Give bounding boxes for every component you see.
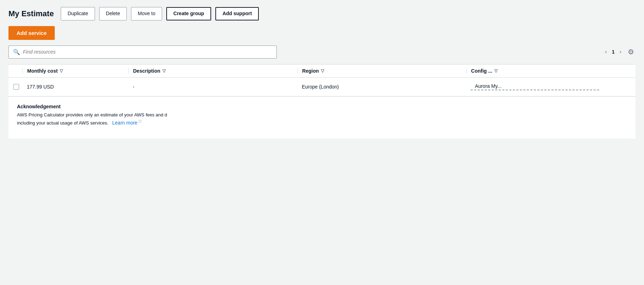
search-box: 🔍 — [8, 46, 277, 59]
col-header-monthly-cost: Monthly cost ▽ — [23, 68, 129, 74]
cell-monthly-cost: 177.99 USD — [23, 84, 129, 90]
create-group-button[interactable]: Create group — [166, 7, 211, 20]
sort-icon-config[interactable]: ▽ — [494, 68, 497, 73]
row-checkbox-cell[interactable] — [8, 84, 23, 90]
page-title: My Estimate — [8, 9, 54, 18]
col-header-monthly-cost-label: Monthly cost — [27, 68, 58, 74]
duplicate-button[interactable]: Duplicate — [61, 7, 95, 20]
bottom-section: Acknowledgement AWS Pricing Calculator p… — [8, 96, 636, 139]
col-header-region-label: Region — [302, 68, 319, 74]
cell-description: - — [129, 84, 298, 90]
row-checkbox[interactable] — [13, 84, 19, 90]
sort-icon-region[interactable]: ▽ — [321, 68, 324, 73]
learn-more-label: Learn more — [112, 120, 138, 126]
pagination-current: 1 — [612, 49, 615, 55]
col-header-config: Config ... ▽ — [466, 68, 636, 74]
acknowledgement-title: Acknowledgement — [17, 104, 627, 109]
learn-more-link[interactable]: Learn more □ — [112, 120, 141, 126]
move-to-button[interactable]: Move to — [131, 7, 162, 20]
delete-button[interactable]: Delete — [99, 7, 127, 20]
acknowledgement-text-line2: including your actual usage of AWS servi… — [17, 120, 108, 126]
col-header-description-label: Description — [133, 68, 160, 74]
search-icon: 🔍 — [13, 49, 20, 55]
pagination-next-button[interactable]: › — [618, 47, 624, 56]
cell-config: Aurora My... — [466, 83, 636, 90]
acknowledgement-text-line1: AWS Pricing Calculator provides only an … — [17, 112, 167, 117]
col-header-region: Region ▽ — [298, 68, 467, 74]
external-link-icon: □ — [139, 119, 141, 123]
table-header: Monthly cost ▽ Description ▽ Region ▽ Co… — [8, 64, 636, 78]
sort-icon-description[interactable]: ▽ — [162, 68, 166, 73]
col-header-description: Description ▽ — [129, 68, 298, 74]
add-service-button[interactable]: Add service — [8, 26, 55, 40]
sort-icon-monthly-cost[interactable]: ▽ — [60, 68, 63, 73]
cell-region: Europe (London) — [298, 84, 467, 90]
acknowledgement-text: AWS Pricing Calculator provides only an … — [17, 111, 627, 127]
cell-config-value: Aurora My... — [471, 83, 631, 89]
settings-button[interactable]: ⚙ — [626, 46, 636, 57]
pagination-prev-button[interactable]: ‹ — [603, 47, 609, 56]
pagination-controls: ‹ 1 › ⚙ — [603, 46, 636, 57]
search-input[interactable] — [23, 49, 272, 55]
table-row: 177.99 USD - Europe (London) Aurora My..… — [8, 78, 636, 96]
add-support-button[interactable]: Add support — [215, 7, 259, 20]
dashed-underline — [471, 90, 599, 90]
col-header-config-label: Config ... — [471, 68, 492, 74]
